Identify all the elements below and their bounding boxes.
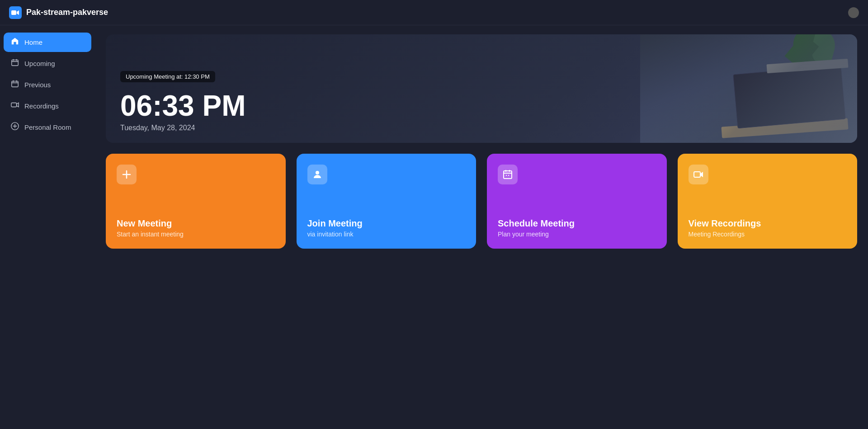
video-icon xyxy=(693,169,704,180)
sidebar-item-recordings-label: Recordings xyxy=(24,102,59,110)
svg-rect-6 xyxy=(504,171,512,179)
view-recordings-subtitle: Meeting Recordings xyxy=(689,231,847,238)
hero-time: 06:33 PM xyxy=(120,91,843,120)
personal-room-icon xyxy=(11,122,19,132)
new-meeting-subtitle: Start an instant meeting xyxy=(117,231,275,238)
content-area: Upcoming Meeting at: 12:30 PM 06:33 PM T… xyxy=(95,25,868,429)
user-avatar[interactable] xyxy=(848,7,859,18)
svg-rect-0 xyxy=(11,10,16,15)
join-meeting-subtitle: via invitation link xyxy=(307,231,466,238)
plus-icon xyxy=(121,169,132,180)
leaf-2 xyxy=(808,34,838,66)
view-recordings-icon-wrap xyxy=(689,165,708,184)
previous-icon xyxy=(11,80,19,90)
join-meeting-card-bottom: Join Meeting via invitation link xyxy=(307,218,466,238)
sidebar-item-home-label: Home xyxy=(24,38,42,46)
view-recordings-card[interactable]: View Recordings Meeting Recordings xyxy=(678,154,858,249)
schedule-meeting-title: Schedule Meeting xyxy=(498,218,656,229)
main-layout: Home Upcoming Previous xyxy=(0,25,868,429)
sidebar: Home Upcoming Previous xyxy=(0,25,95,429)
svg-rect-2 xyxy=(12,81,18,87)
sidebar-item-upcoming-label: Upcoming xyxy=(24,60,55,67)
upcoming-badge: Upcoming Meeting at: 12:30 PM xyxy=(120,71,215,82)
sidebar-item-previous[interactable]: Previous xyxy=(4,75,91,94)
hero-date: Tuesday, May 28, 2024 xyxy=(120,124,843,132)
topbar-right xyxy=(848,7,859,18)
sidebar-item-home[interactable]: Home xyxy=(4,33,91,52)
join-meeting-title: Join Meeting xyxy=(307,218,466,229)
schedule-meeting-subtitle: Plan your meeting xyxy=(498,231,656,238)
sidebar-item-previous-label: Previous xyxy=(24,81,51,89)
join-meeting-card[interactable]: Join Meeting via invitation link xyxy=(297,154,476,249)
sidebar-item-recordings[interactable]: Recordings xyxy=(4,96,91,116)
app-logo: Pak-stream-pakverse xyxy=(9,6,108,19)
new-meeting-card-bottom: New Meeting Start an instant meeting xyxy=(117,218,275,238)
sidebar-item-upcoming[interactable]: Upcoming xyxy=(4,54,91,73)
leaf-3 xyxy=(784,34,819,69)
leaf-1 xyxy=(788,34,826,70)
hero-banner: Upcoming Meeting at: 12:30 PM 06:33 PM T… xyxy=(106,34,857,143)
action-cards-row: New Meeting Start an instant meeting Joi… xyxy=(106,154,857,249)
view-recordings-card-bottom: View Recordings Meeting Recordings xyxy=(689,218,847,238)
logo-icon xyxy=(9,6,22,19)
upcoming-icon xyxy=(11,58,19,69)
recordings-icon xyxy=(11,101,19,111)
svg-rect-3 xyxy=(11,103,17,107)
hero-content: Upcoming Meeting at: 12:30 PM 06:33 PM T… xyxy=(120,71,843,132)
app-title: Pak-stream-pakverse xyxy=(26,8,108,17)
sidebar-item-personal-room-label: Personal Room xyxy=(24,123,71,131)
schedule-meeting-card-bottom: Schedule Meeting Plan your meeting xyxy=(498,218,656,238)
view-recordings-title: View Recordings xyxy=(689,218,847,229)
svg-rect-7 xyxy=(694,172,700,177)
topbar: Pak-stream-pakverse xyxy=(0,0,868,25)
join-meeting-icon-wrap xyxy=(307,165,327,184)
svg-rect-1 xyxy=(12,60,18,66)
new-meeting-title: New Meeting xyxy=(117,218,275,229)
new-meeting-icon-wrap xyxy=(117,165,137,184)
calendar-icon xyxy=(502,169,513,180)
home-icon xyxy=(11,37,19,47)
new-meeting-card[interactable]: New Meeting Start an instant meeting xyxy=(106,154,286,249)
sidebar-item-personal-room[interactable]: Personal Room xyxy=(4,118,91,137)
schedule-meeting-card[interactable]: Schedule Meeting Plan your meeting xyxy=(487,154,667,249)
person-icon xyxy=(312,169,323,180)
svg-point-5 xyxy=(316,171,319,174)
schedule-meeting-icon-wrap xyxy=(498,165,518,184)
